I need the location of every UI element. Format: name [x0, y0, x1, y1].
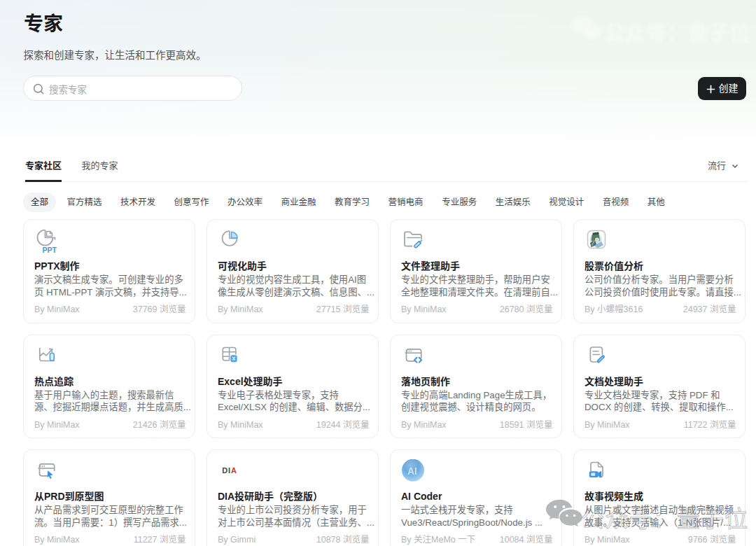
svg-text:DI: DI: [222, 466, 231, 475]
svg-text:PPT: PPT: [43, 246, 57, 254]
svg-text:AI: AI: [407, 465, 417, 477]
svg-text:A: A: [231, 466, 237, 475]
